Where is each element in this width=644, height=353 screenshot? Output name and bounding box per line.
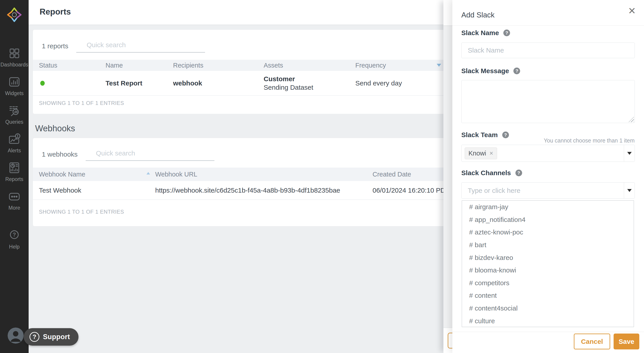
question-badge-icon[interactable]: ?: [502, 132, 509, 138]
sidebar-item-dashboards[interactable]: Dashboards: [0, 47, 28, 68]
panel-footer: Cancel Save: [452, 332, 644, 353]
sidebar-item-label: Reports: [5, 176, 24, 182]
sidebar-item-alerts[interactable]: Alerts: [0, 133, 28, 153]
sidebar-item-reports[interactable]: Reports: [0, 162, 28, 182]
more-icon: [8, 190, 20, 204]
column-header-webhook-url[interactable]: Webhook URL: [149, 171, 366, 178]
column-header-status[interactable]: Status: [33, 62, 100, 69]
column-header-webhook-name[interactable]: Webhook Name: [33, 171, 149, 178]
webhooks-card: 1 webhooks Webhook Name Webhook URL Crea…: [33, 138, 466, 226]
question-badge-icon[interactable]: ?: [516, 170, 522, 176]
column-header-assets[interactable]: Assets: [258, 62, 349, 69]
column-header-recipients[interactable]: Recipients: [167, 62, 258, 69]
webhook-name-cell: Test Webhook: [33, 187, 149, 194]
channels-dropdown-list: # airgram-jay # app_notification4 # azte…: [462, 200, 634, 327]
background-modal-top-edge: [444, 0, 452, 26]
webhooks-table-header: Webhook Name Webhook URL Created Date: [33, 168, 466, 181]
report-assets-cell: Customer Sending Dataset: [258, 75, 349, 91]
sort-desc-icon[interactable]: [437, 64, 441, 67]
slack-message-textarea[interactable]: [461, 80, 635, 123]
remove-tag-icon[interactable]: ✕: [489, 151, 493, 156]
webhooks-count: 1 webhooks: [42, 151, 78, 158]
support-button[interactable]: ? Support: [24, 328, 78, 345]
table-row[interactable]: Test Report webhook Customer Sending Dat…: [33, 71, 466, 96]
report-name-cell: Test Report: [100, 79, 167, 87]
sidebar-item-label: Help: [9, 244, 20, 250]
panel-header: Add Slack ✕: [452, 0, 644, 26]
reports-table-footer: SHOWING 1 TO 1 OF 1 ENTRIES: [39, 100, 124, 106]
sidebar-item-widgets[interactable]: Widgets: [0, 76, 28, 96]
status-dot: [40, 81, 45, 86]
slack-name-input[interactable]: [461, 43, 635, 58]
channel-option[interactable]: # app_notification4: [462, 213, 634, 226]
reports-table-header: Status Name Recipients Assets Frequency: [33, 60, 466, 71]
add-slack-panel: Add Slack ✕ Slack Name ? Slack Message ?…: [452, 0, 644, 353]
slack-team-select[interactable]: Knowi ✕: [461, 145, 635, 162]
knowi-star-logo[interactable]: [5, 5, 24, 25]
reports-count: 1 reports: [42, 42, 68, 50]
channel-option[interactable]: # competitors: [462, 277, 634, 289]
user-avatar-icon[interactable]: [8, 327, 24, 343]
sidebar-item-more[interactable]: More: [0, 190, 28, 211]
question-badge-icon[interactable]: ?: [503, 30, 510, 36]
slack-channels-label: Slack Channels ?: [461, 169, 522, 177]
team-limit-note: You cannot choose more than 1 item: [544, 137, 634, 144]
webhook-url-cell: https://webhook.site/c6d25c1b-f45a-4a8b-…: [149, 187, 366, 194]
chevron-down-icon: [627, 189, 632, 192]
question-circle-icon: ?: [30, 332, 39, 342]
column-header-name[interactable]: Name: [100, 62, 167, 69]
slack-team-label: Slack Team ?: [461, 131, 509, 139]
team-tag-chip: Knowi ✕: [465, 147, 497, 159]
background-modal-edge: [444, 0, 452, 353]
channel-option[interactable]: # bart: [462, 239, 634, 251]
support-label: Support: [43, 333, 70, 341]
cancel-button[interactable]: Cancel: [574, 333, 610, 349]
sidebar-item-label: Dashboards: [0, 62, 28, 68]
close-icon[interactable]: ✕: [626, 5, 638, 17]
table-row[interactable]: Test Webhook https://webhook.site/c6d25c…: [33, 181, 466, 200]
reports-quick-search-input[interactable]: [76, 39, 205, 53]
panel-title: Add Slack: [461, 11, 495, 19]
reports-icon: [8, 162, 20, 175]
slack-name-label: Slack Name ?: [461, 29, 510, 37]
sidebar-nav: Dashboards Widgets: [0, 47, 28, 211]
webhooks-table-footer: SHOWING 1 TO 1 OF 1 ENTRIES: [39, 209, 124, 215]
sidebar-item-label: Widgets: [5, 90, 24, 96]
channels-placeholder: Type or click here: [468, 183, 520, 198]
channel-option[interactable]: # culture: [462, 314, 634, 327]
channel-option[interactable]: # aztec-knowi-poc: [462, 226, 634, 239]
save-button[interactable]: Save: [614, 333, 639, 349]
channels-dropdown-toggle[interactable]: [624, 183, 634, 198]
channel-option[interactable]: # airgram-jay: [462, 201, 634, 213]
report-recipients-cell: webhook: [167, 79, 258, 87]
team-dropdown-toggle[interactable]: [624, 145, 634, 162]
sidebar-item-queries[interactable]: Queries: [0, 104, 28, 125]
webhooks-quick-search-input[interactable]: [86, 147, 214, 161]
sidebar-item-label: Queries: [5, 119, 24, 125]
channel-option[interactable]: # bizdev-kareo: [462, 251, 634, 264]
page-title: Reports: [40, 7, 71, 17]
alerts-icon: [8, 133, 20, 146]
question-badge-icon[interactable]: ?: [514, 68, 520, 74]
widgets-icon: [8, 76, 20, 89]
svg-text:?: ?: [13, 231, 16, 238]
channel-option[interactable]: # content4social: [462, 302, 634, 315]
queries-icon: [8, 104, 20, 118]
help-icon: ?: [8, 229, 21, 242]
sidebar-item-help[interactable]: ? Help: [0, 229, 28, 250]
chevron-down-icon: [627, 152, 632, 155]
channel-option[interactable]: # blooma-knowi: [462, 264, 634, 277]
sidebar-item-label: More: [8, 205, 20, 211]
webhooks-section-title: Webhooks: [35, 124, 75, 133]
channel-option[interactable]: # content: [462, 289, 634, 302]
reports-card: 1 reports Status Name Recipients Assets …: [33, 30, 466, 114]
sidebar: Dashboards Widgets: [0, 0, 28, 353]
sidebar-item-label: Alerts: [8, 148, 21, 154]
sort-asc-icon[interactable]: [146, 172, 150, 174]
dashboards-icon: [8, 47, 20, 60]
slack-message-label: Slack Message ?: [461, 67, 520, 75]
slack-channels-combobox[interactable]: Type or click here: [461, 182, 635, 199]
